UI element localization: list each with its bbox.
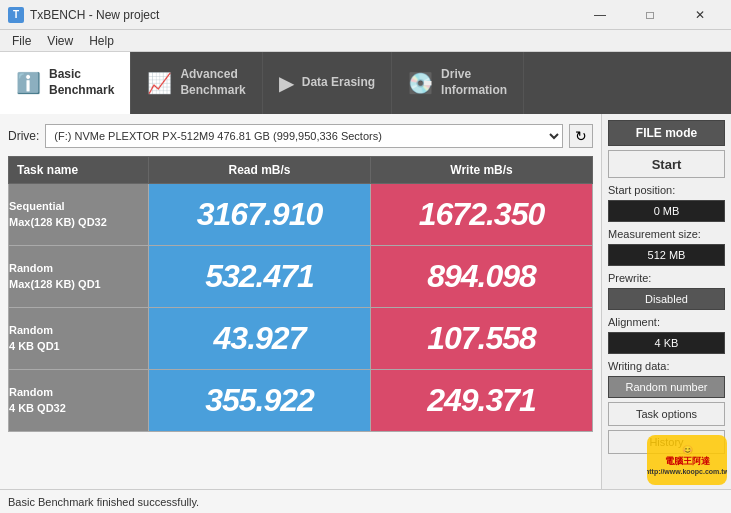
- read-sequential: 3167.910: [149, 184, 371, 246]
- read-random-4k-qd1: 43.927: [149, 308, 371, 370]
- tab-drive-information[interactable]: 💽 DriveInformation: [392, 52, 524, 114]
- table-row: SequentialMax(128 KB) QD32 3167.910 1672…: [9, 184, 593, 246]
- drive-info-icon: 💽: [408, 71, 433, 95]
- read-random-128: 532.471: [149, 246, 371, 308]
- main-content: Drive: (F:) NVMe PLEXTOR PX-512M9 476.81…: [0, 114, 731, 489]
- window-controls: — □ ✕: [577, 0, 723, 30]
- read-random-4k-qd32: 355.922: [149, 370, 371, 432]
- task-name-random-4k-qd1: Random4 KB QD1: [9, 308, 149, 370]
- col-task-name: Task name: [9, 157, 149, 184]
- left-panel: Drive: (F:) NVMe PLEXTOR PX-512M9 476.81…: [0, 114, 601, 489]
- watermark-url: http://www.koopc.com.tw: [647, 468, 727, 475]
- close-button[interactable]: ✕: [677, 0, 723, 30]
- write-random-4k-qd32: 249.371: [371, 370, 593, 432]
- menu-file[interactable]: File: [4, 32, 39, 50]
- tab-erasing-label: Data Erasing: [302, 75, 375, 91]
- window-title: TxBENCH - New project: [30, 8, 577, 22]
- basic-benchmark-icon: ℹ️: [16, 71, 41, 95]
- minimize-button[interactable]: —: [577, 0, 623, 30]
- task-name-random-4k-qd32: Random4 KB QD32: [9, 370, 149, 432]
- benchmark-table: Task name Read mB/s Write mB/s Sequentia…: [8, 156, 593, 432]
- table-row: RandomMax(128 KB) QD1 532.471 894.098: [9, 246, 593, 308]
- tab-basic-label: BasicBenchmark: [49, 67, 114, 98]
- app-icon: T: [8, 7, 24, 23]
- prewrite-value: Disabled: [608, 288, 725, 310]
- measurement-size-value: 512 MB: [608, 244, 725, 266]
- writing-data-value: Random number: [608, 376, 725, 398]
- write-random-4k-qd1: 107.558: [371, 308, 593, 370]
- status-text: Basic Benchmark finished successfully.: [8, 496, 199, 508]
- write-random-128: 894.098: [371, 246, 593, 308]
- start-button[interactable]: Start: [608, 150, 725, 178]
- menu-view[interactable]: View: [39, 32, 81, 50]
- watermark: 😊 電腦王阿達 http://www.koopc.com.tw: [647, 435, 727, 485]
- tab-drive-label: DriveInformation: [441, 67, 507, 98]
- watermark-brand: 😊: [682, 445, 693, 455]
- start-position-label: Start position:: [608, 184, 725, 196]
- alignment-value: 4 KB: [608, 332, 725, 354]
- task-options-button[interactable]: Task options: [608, 402, 725, 426]
- drive-refresh-button[interactable]: ↻: [569, 124, 593, 148]
- tab-data-erasing[interactable]: ▶ Data Erasing: [263, 52, 392, 114]
- table-row: Random4 KB QD1 43.927 107.558: [9, 308, 593, 370]
- prewrite-label: Prewrite:: [608, 272, 725, 284]
- start-position-value: 0 MB: [608, 200, 725, 222]
- drive-select[interactable]: (F:) NVMe PLEXTOR PX-512M9 476.81 GB (99…: [45, 124, 563, 148]
- titlebar: T TxBENCH - New project — □ ✕: [0, 0, 731, 30]
- menu-help[interactable]: Help: [81, 32, 122, 50]
- tab-basic-benchmark[interactable]: ℹ️ BasicBenchmark: [0, 52, 131, 114]
- task-name-random-128: RandomMax(128 KB) QD1: [9, 246, 149, 308]
- measurement-size-label: Measurement size:: [608, 228, 725, 240]
- tab-advanced-label: AdvancedBenchmark: [180, 67, 245, 98]
- data-erasing-icon: ▶: [279, 71, 294, 95]
- col-read: Read mB/s: [149, 157, 371, 184]
- toolbar: ℹ️ BasicBenchmark 📈 AdvancedBenchmark ▶ …: [0, 52, 731, 114]
- file-mode-button[interactable]: FILE mode: [608, 120, 725, 146]
- menubar: File View Help: [0, 30, 731, 52]
- restore-button[interactable]: □: [627, 0, 673, 30]
- writing-data-label: Writing data:: [608, 360, 725, 372]
- tab-advanced-benchmark[interactable]: 📈 AdvancedBenchmark: [131, 52, 262, 114]
- drive-row: Drive: (F:) NVMe PLEXTOR PX-512M9 476.81…: [8, 122, 593, 150]
- col-write: Write mB/s: [371, 157, 593, 184]
- advanced-benchmark-icon: 📈: [147, 71, 172, 95]
- right-panel: FILE mode Start Start position: 0 MB Mea…: [601, 114, 731, 489]
- task-name-sequential: SequentialMax(128 KB) QD32: [9, 184, 149, 246]
- alignment-label: Alignment:: [608, 316, 725, 328]
- statusbar: Basic Benchmark finished successfully.: [0, 489, 731, 513]
- table-row: Random4 KB QD32 355.922 249.371: [9, 370, 593, 432]
- drive-label: Drive:: [8, 129, 39, 143]
- watermark-name: 電腦王阿達: [665, 455, 710, 468]
- write-sequential: 1672.350: [371, 184, 593, 246]
